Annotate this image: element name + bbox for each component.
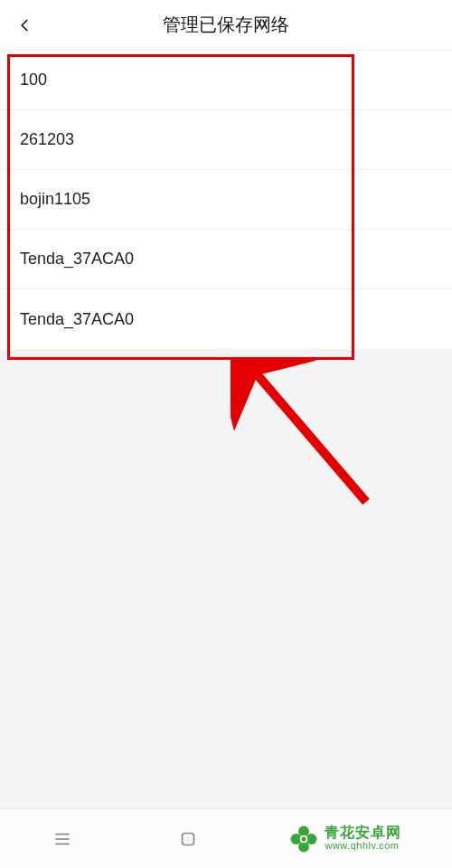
- network-ssid: 100: [20, 71, 47, 90]
- svg-point-9: [300, 835, 308, 843]
- menu-icon: [51, 827, 74, 851]
- network-row[interactable]: 100: [0, 51, 452, 110]
- clover-logo-icon: [288, 824, 319, 854]
- nav-recent-button[interactable]: [0, 827, 126, 851]
- svg-rect-4: [183, 833, 194, 844]
- network-row[interactable]: 261203: [0, 110, 452, 170]
- annotation-arrow-icon: [231, 357, 384, 520]
- network-ssid: 261203: [20, 130, 74, 149]
- watermark: 青花安卓网 www.qhhlv.com: [288, 824, 414, 854]
- network-ssid: Tenda_37ACA0: [20, 310, 134, 329]
- page-title: 管理已保存网络: [0, 13, 452, 37]
- svg-point-8: [306, 834, 317, 844]
- back-button[interactable]: [0, 0, 51, 51]
- watermark-title: 青花安卓网: [325, 826, 401, 841]
- network-row[interactable]: Tenda_37ACA0: [0, 289, 452, 349]
- system-nav-bar: 青花安卓网 www.qhhlv.com: [0, 808, 452, 868]
- network-row[interactable]: Tenda_37ACA0: [0, 230, 452, 289]
- network-ssid: Tenda_37ACA0: [20, 250, 134, 269]
- square-icon: [176, 827, 200, 851]
- svg-point-5: [298, 826, 309, 836]
- watermark-url: www.qhhlv.com: [325, 841, 401, 852]
- top-bar: 管理已保存网络: [0, 0, 452, 51]
- svg-line-0: [258, 375, 366, 502]
- svg-point-10: [302, 836, 306, 841]
- svg-point-7: [291, 834, 302, 844]
- nav-home-button[interactable]: [126, 827, 251, 851]
- screen: 管理已保存网络 100 261203 bojin1105 Tenda_37ACA…: [0, 0, 452, 868]
- chevron-left-icon: [17, 17, 33, 33]
- network-ssid: bojin1105: [20, 190, 90, 209]
- network-row[interactable]: bojin1105: [0, 170, 452, 230]
- saved-networks-list: 100 261203 bojin1105 Tenda_37ACA0 Tenda_…: [0, 51, 452, 349]
- svg-point-6: [298, 841, 309, 852]
